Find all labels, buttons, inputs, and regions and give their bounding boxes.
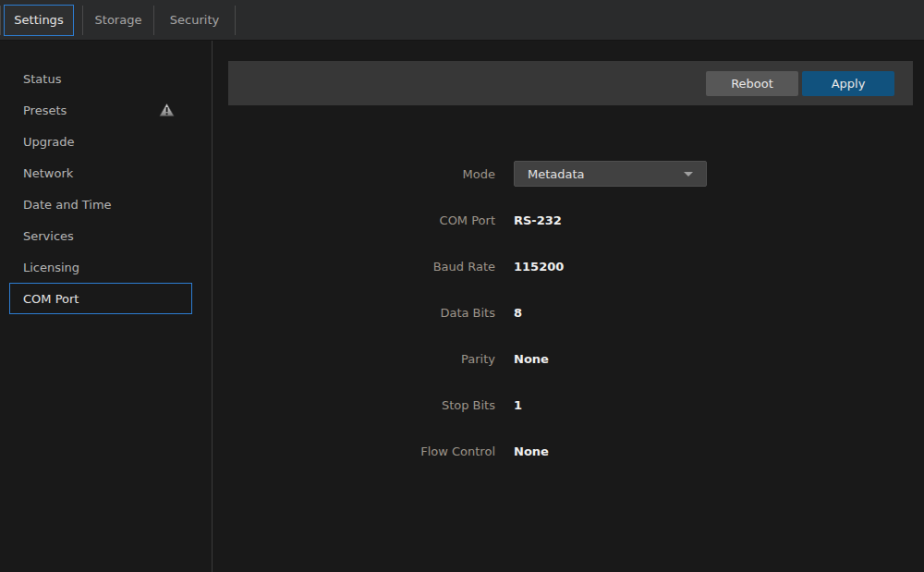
tab-storage-label: Storage xyxy=(95,13,142,27)
parity-label: Parity xyxy=(213,352,495,366)
form-row-data-bits: Data Bits 8 xyxy=(213,299,924,325)
flow-control-value: None xyxy=(514,444,549,458)
data-bits-value: 8 xyxy=(514,306,522,320)
form-row-baud-rate: Baud Rate 115200 xyxy=(213,253,924,279)
mode-label: Mode xyxy=(213,167,495,181)
form-row-stop-bits: Stop Bits 1 xyxy=(213,392,924,418)
parity-value: None xyxy=(514,352,549,366)
top-tab-bar: Settings Storage Security xyxy=(0,0,924,41)
sidebar-item-label: Upgrade xyxy=(23,135,75,149)
sidebar-item-status[interactable]: Status xyxy=(9,63,192,94)
flow-control-label: Flow Control xyxy=(213,444,495,458)
tab-security-label: Security xyxy=(170,13,219,27)
tab-security[interactable]: Security xyxy=(154,5,235,36)
baud-rate-label: Baud Rate xyxy=(213,260,495,274)
sidebar-item-label: Network xyxy=(23,166,73,180)
sidebar-item-label: Presets xyxy=(23,103,67,117)
sidebar-item-label: Licensing xyxy=(23,261,79,274)
sidebar-item-presets[interactable]: Presets xyxy=(9,94,192,126)
tab-settings-label: Settings xyxy=(14,13,63,27)
form-row-flow-control: Flow Control None xyxy=(213,438,924,464)
com-port-value: RS-232 xyxy=(514,213,562,227)
sidebar-item-licensing[interactable]: Licensing xyxy=(9,251,192,283)
sidebar-item-label: COM Port xyxy=(23,292,79,306)
form-row-com-port: COM Port RS-232 xyxy=(213,207,924,233)
tab-separator xyxy=(235,6,236,35)
com-port-label: COM Port xyxy=(213,213,495,227)
tab-separator xyxy=(0,6,1,35)
mode-select[interactable]: Metadata xyxy=(514,161,707,187)
reboot-button[interactable]: Reboot xyxy=(706,71,798,96)
sidebar-item-label: Services xyxy=(23,229,74,243)
baud-rate-value: 115200 xyxy=(514,260,564,274)
chevron-down-icon xyxy=(684,172,693,176)
sidebar-item-upgrade[interactable]: Upgrade xyxy=(9,126,192,157)
com-port-form: Mode Metadata COM Port RS-232 Baud Rate … xyxy=(213,161,924,464)
sidebar-item-network[interactable]: Network xyxy=(9,157,192,189)
stop-bits-value: 1 xyxy=(514,398,522,412)
tab-storage[interactable]: Storage xyxy=(83,5,153,36)
data-bits-label: Data Bits xyxy=(213,306,495,320)
form-row-parity: Parity None xyxy=(213,346,924,371)
warning-triangle-icon xyxy=(159,103,175,117)
settings-sidebar: Status Presets Upgrade Network xyxy=(0,41,213,572)
tab-settings[interactable]: Settings xyxy=(4,5,74,36)
mode-selected-value: Metadata xyxy=(528,167,585,181)
apply-button[interactable]: Apply xyxy=(802,71,894,96)
sidebar-item-com-port[interactable]: COM Port xyxy=(9,283,192,314)
sidebar-item-date-and-time[interactable]: Date and Time xyxy=(9,189,192,220)
action-toolbar: Reboot Apply xyxy=(228,61,913,105)
form-row-mode: Mode Metadata xyxy=(213,161,924,187)
sidebar-item-label: Status xyxy=(23,72,61,86)
sidebar-item-services[interactable]: Services xyxy=(9,220,192,251)
sidebar-item-label: Date and Time xyxy=(23,198,112,212)
stop-bits-label: Stop Bits xyxy=(213,398,495,412)
com-port-settings-panel: Reboot Apply Mode Metadata COM Port RS-2… xyxy=(213,41,924,572)
